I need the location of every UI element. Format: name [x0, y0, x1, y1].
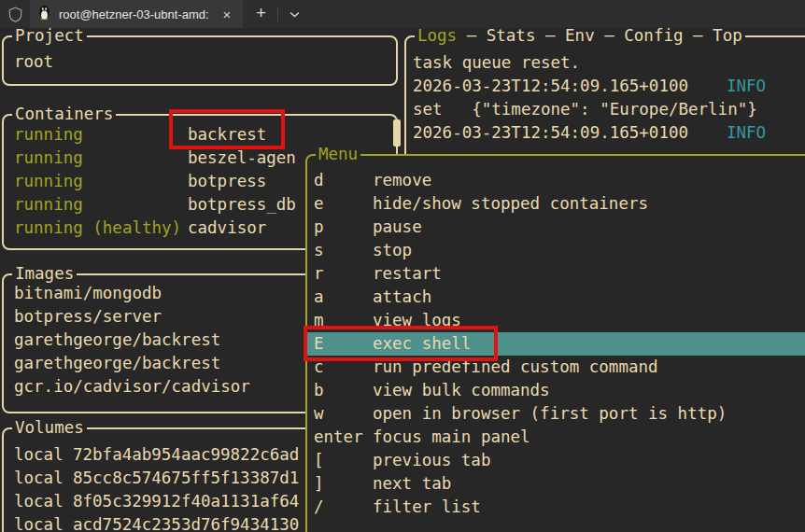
- project-name: root: [14, 50, 396, 74]
- container-name: botpress_db: [188, 195, 296, 214]
- project-panel[interactable]: Project root: [2, 35, 398, 86]
- menu-item-pause[interactable]: ppause: [307, 216, 805, 239]
- container-status: running: [14, 123, 188, 147]
- shield-icon[interactable]: [0, 7, 30, 22]
- volume-driver: local: [14, 443, 73, 467]
- log-line: 2026-03-23T12:54:09.165+0100INFO: [413, 121, 805, 145]
- tab-logs[interactable]: Logs: [417, 28, 457, 45]
- container-name: beszel-agen: [188, 148, 296, 167]
- container-status: running: [14, 193, 188, 217]
- images-panel-title: Images: [12, 262, 77, 286]
- annotation-box-backrest: [169, 109, 285, 149]
- tab-top[interactable]: Top: [684, 28, 742, 45]
- volume-name: acd7524c2353d76f9434130: [73, 515, 299, 532]
- menu-item-focus-main-panel[interactable]: enterfocus main panel: [307, 426, 805, 449]
- terminal-tab-bar: root@hetzner-03-ubnt-amd: ~ × +: [0, 0, 805, 28]
- menu-item-filter-list[interactable]: /filter list: [307, 496, 805, 519]
- volume-driver: local: [14, 490, 73, 513]
- menu-item-open-in-browser[interactable]: wopen in browser (first port is http): [307, 402, 805, 426]
- terminal-screen: Project root Containers runningbackrest …: [0, 28, 805, 532]
- containers-panel-title: Containers: [12, 103, 116, 126]
- menu-item-attach[interactable]: aattach: [307, 286, 805, 309]
- log-line: task queue reset.: [413, 51, 805, 75]
- logs-panel-tabs: LogsStatsEnvConfigTop: [415, 28, 745, 48]
- menu-item-restart[interactable]: rrestart: [307, 262, 805, 286]
- volumes-panel-title: Volumes: [12, 416, 87, 440]
- menu-item-previous-tab[interactable]: [previous tab: [307, 449, 805, 472]
- tab-env[interactable]: Env: [535, 28, 594, 45]
- project-panel-title: Project: [12, 28, 87, 48]
- new-tab-button[interactable]: +: [243, 3, 277, 25]
- tab-stats[interactable]: Stats: [457, 28, 535, 45]
- volume-name: 85cc8c574675ff5f13387d1: [73, 469, 299, 487]
- tab-title: root@hetzner-03-ubnt-amd: ~: [59, 7, 211, 21]
- containers-scrollbar-thumb[interactable]: [393, 119, 401, 147]
- container-name: botpress: [188, 172, 266, 190]
- terminal-tab[interactable]: root@hetzner-03-ubnt-amd: ~ ×: [30, 0, 243, 28]
- tab-close-icon[interactable]: ×: [219, 7, 235, 22]
- container-name: cadvisor: [188, 218, 266, 237]
- menu-item-stop[interactable]: sstop: [307, 239, 805, 262]
- log-line: 2026-03-23T12:54:09.165+0100INFO: [413, 75, 805, 98]
- menu-item-next-tab[interactable]: ]next tab: [307, 472, 805, 496]
- tab-dropdown-button[interactable]: [278, 11, 311, 18]
- volume-driver: local: [14, 467, 73, 490]
- menu-item-remove[interactable]: dremove: [307, 169, 805, 192]
- volume-name: 8f05c329912f40a1131af64: [73, 492, 299, 511]
- container-status: running: [14, 170, 188, 193]
- tab-config[interactable]: Config: [595, 28, 684, 45]
- log-line: set {"timezone": "Europe/Berlin"}: [413, 98, 805, 121]
- container-status: running (healthy): [14, 217, 188, 240]
- menu-panel-title: Menu: [316, 143, 360, 166]
- container-status: running: [14, 147, 188, 170]
- log-level-badge: INFO: [727, 123, 766, 142]
- log-level-badge: INFO: [727, 77, 766, 95]
- volume-driver: local: [14, 513, 73, 532]
- menu-item-view-bulk-commands[interactable]: bview bulk commands: [307, 379, 805, 402]
- menu-item-hide-show-stopped[interactable]: ehide/show stopped containers: [307, 192, 805, 216]
- volume-name: 72bfa4ab954aac99822c6ad: [73, 445, 299, 464]
- annotation-box-exec-shell: [304, 326, 498, 361]
- tux-penguin-icon: [37, 5, 51, 23]
- chevron-down-icon: [290, 11, 300, 18]
